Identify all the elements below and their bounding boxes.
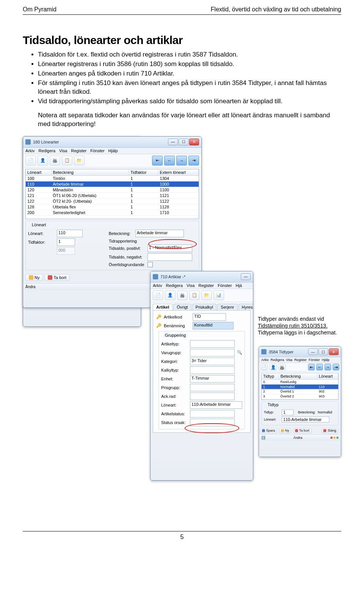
tool-icon[interactable]: 📄 xyxy=(153,290,163,300)
statusorsak-input[interactable] xyxy=(190,419,235,426)
close-button[interactable]: ✕ xyxy=(329,348,338,355)
tool-icon[interactable]: 📁 xyxy=(74,156,85,166)
menu-item[interactable]: Register xyxy=(198,283,214,288)
col-header[interactable]: Beteckning xyxy=(52,169,129,175)
prisgrupp-input[interactable] xyxy=(190,384,235,391)
tab-artikel[interactable]: Artikel xyxy=(153,304,173,310)
enhet-select[interactable]: T-Timmar xyxy=(190,375,235,383)
tab-serienr[interactable]: Serjenr xyxy=(217,304,237,310)
loneart-select[interactable]: 110-Arbetade timmar xyxy=(190,401,242,409)
nav-prev-icon[interactable]: ← xyxy=(164,156,175,166)
menu-item[interactable]: Arkiv xyxy=(261,358,269,362)
menu-item[interactable]: Visa xyxy=(187,283,195,288)
nav-first-icon[interactable]: ⇤ xyxy=(152,156,163,166)
col-header[interactable]: Tidtyp xyxy=(262,373,279,379)
save-button[interactable]: Spara xyxy=(260,428,277,433)
maximize-button[interactable]: ☐ xyxy=(318,348,328,355)
menu-item[interactable]: Register xyxy=(294,358,307,362)
col-header[interactable]: Tidfaktor xyxy=(129,169,158,175)
tidtyp-input[interactable]: 1 xyxy=(282,409,293,415)
table-row[interactable]: 0Rast/Ledig xyxy=(262,380,338,385)
table-row[interactable]: 120Månadslön11100 xyxy=(26,187,199,193)
tool-icon[interactable]: 👤 xyxy=(270,364,277,371)
ext-input[interactable]: 000 xyxy=(57,247,75,255)
kalkyltyp-select[interactable] xyxy=(190,366,235,374)
table-row[interactable]: 200Semesterledighet11710 xyxy=(26,210,199,216)
tool-icon[interactable]: 📄 xyxy=(260,364,268,371)
table-row[interactable]: 121ÖT1 kl:06-20 (Utbetala)11121 xyxy=(26,193,199,199)
close-button[interactable]: Stäng xyxy=(322,428,338,433)
col-header[interactable]: Beteckning xyxy=(279,373,317,379)
tab-ovrigt[interactable]: Övrigt xyxy=(173,304,191,310)
tool-icon[interactable]: 📋 xyxy=(62,156,72,166)
benamning-input[interactable]: Konsulttid xyxy=(193,322,234,330)
tool-icon[interactable]: 👤 xyxy=(38,156,48,166)
menu-item[interactable]: Hjälp xyxy=(322,358,329,362)
tool-icon[interactable]: 🖨️ xyxy=(50,156,60,166)
menu-item[interactable]: Arkiv xyxy=(153,283,162,288)
menu-item[interactable]: Fönster xyxy=(218,283,232,288)
tool-icon[interactable]: 🖨️ xyxy=(278,364,286,371)
nav-prev-icon[interactable]: ← xyxy=(316,364,323,371)
maximize-button[interactable]: ☐ xyxy=(179,139,188,145)
new-button[interactable]: Ny xyxy=(279,428,291,433)
table-row[interactable]: 122ÖT2 kl:20- (Utbetala)11122 xyxy=(26,199,199,204)
table-row[interactable]: 100Timlön11304 xyxy=(26,176,199,181)
menu-item[interactable]: Register xyxy=(71,148,86,153)
minimize-button[interactable]: — xyxy=(168,139,178,145)
tool-icon[interactable]: 📁 xyxy=(201,290,212,300)
search-icon[interactable]: 🔍 xyxy=(237,350,242,355)
table-row[interactable]: 110Arbetade timmar11000 xyxy=(26,181,199,187)
menu-item[interactable]: Redigera xyxy=(38,148,55,153)
col-header[interactable]: Löneart xyxy=(317,373,338,379)
menu-item[interactable]: Visa xyxy=(59,148,67,153)
artikelkod-input[interactable]: TID xyxy=(193,313,226,321)
nav-last-icon[interactable]: ⇥ xyxy=(333,364,339,371)
nav-last-icon[interactable]: ⇥ xyxy=(188,156,199,166)
tool-icon[interactable]: 📄 xyxy=(25,156,36,166)
tidfaktor-input[interactable]: 1 xyxy=(57,238,75,246)
table-row[interactable]: 3Övertid 2903 xyxy=(262,394,338,399)
artikeltyp-select[interactable] xyxy=(190,340,235,348)
minimize-button[interactable]: — xyxy=(241,273,251,280)
tab-priskalkyl[interactable]: Priskalkyl xyxy=(192,304,217,310)
beteckning-input[interactable]: Arbetade timmar xyxy=(135,230,184,237)
loneart-input[interactable]: 110 xyxy=(57,230,83,237)
menu-item[interactable]: Hjä xyxy=(236,283,242,288)
minimize-button[interactable]: — xyxy=(308,348,318,355)
menu-item[interactable]: Redigera xyxy=(166,283,183,288)
col-header[interactable]: Löneart xyxy=(26,169,52,175)
menu-item[interactable]: Hjälp xyxy=(108,148,118,153)
delete-button[interactable]: Ta bort xyxy=(44,274,70,281)
info-icon[interactable]: ℹ️ xyxy=(261,436,265,440)
menu-item[interactable]: Arkiv xyxy=(25,148,35,153)
tidsaldo-pos-select[interactable]: 1 - Normaltid/Flex xyxy=(147,244,192,252)
ackrad-input[interactable] xyxy=(190,393,235,400)
close-button[interactable]: ✕ xyxy=(189,139,199,145)
loneart-select[interactable]: 110-Arbetade timmar xyxy=(282,416,329,423)
overtid-checkbox[interactable] xyxy=(147,262,153,267)
nav-first-icon[interactable]: ⇤ xyxy=(308,364,315,371)
menu-item[interactable]: Fönster xyxy=(90,148,104,153)
col-header[interactable]: Extern löneart xyxy=(158,169,199,175)
varugrupp-input[interactable] xyxy=(190,349,235,356)
kategori-select[interactable]: 3= Tider xyxy=(190,358,235,365)
table-row[interactable]: 128Utbetala flex11128 xyxy=(26,204,199,210)
tidsaldo-neg-select[interactable] xyxy=(147,253,192,261)
new-button[interactable]: Ny xyxy=(25,274,43,281)
menu-item[interactable]: Redigera xyxy=(271,358,284,362)
menu-item[interactable]: Visa xyxy=(286,358,292,362)
tabs: Artikel Övrigt Priskalkyl Serjenr Hyresa… xyxy=(153,304,251,310)
tool-icon[interactable]: 👤 xyxy=(165,290,176,300)
nav-next-icon[interactable]: → xyxy=(325,364,331,371)
table-row[interactable]: 2Övertid 1902 xyxy=(262,389,338,394)
nav-next-icon[interactable]: → xyxy=(176,156,187,166)
menu-item[interactable]: Fönster xyxy=(309,358,320,362)
delete-button[interactable]: Ta bort xyxy=(293,428,311,433)
tool-icon[interactable]: 📊 xyxy=(213,290,224,300)
table-row[interactable]: 1Normaltid110 xyxy=(262,384,338,389)
tab-hyres[interactable]: Hyresartik xyxy=(238,304,253,310)
tool-icon[interactable]: 📋 xyxy=(189,290,200,300)
artikelstatus-select[interactable] xyxy=(190,410,235,418)
tool-icon[interactable]: 🖨️ xyxy=(177,290,188,300)
